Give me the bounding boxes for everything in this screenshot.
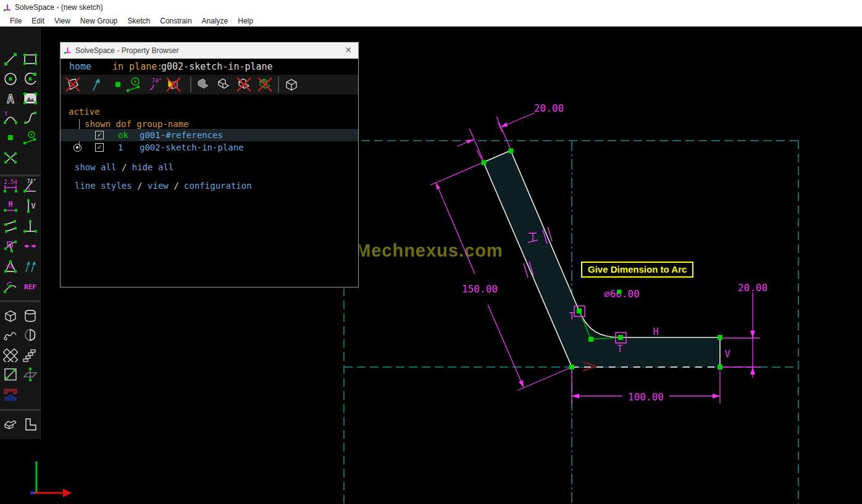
- view-link[interactable]: view: [148, 181, 169, 191]
- nav-in-plane-label: in plane:: [112, 59, 162, 75]
- shown-checkbox[interactable]: ✓: [95, 131, 104, 139]
- solid-wireframe-icon[interactable]: [216, 76, 232, 93]
- nav-plane-name[interactable]: g002-sketch-in-plane: [161, 59, 273, 75]
- no-workplane-icon[interactable]: [65, 76, 81, 93]
- line-styles-link[interactable]: line styles: [75, 181, 132, 191]
- point-top-right[interactable]: [509, 149, 514, 154]
- equal-constraint-icon[interactable]: [3, 259, 18, 274]
- canvas-tooltip: Give Dimension to Arc: [581, 262, 693, 278]
- active-group-radio[interactable]: [73, 144, 82, 152]
- spline-tool-icon[interactable]: [23, 110, 38, 125]
- dim-right-height[interactable]: 20.00: [722, 282, 768, 378]
- no-extrude-icon[interactable]: [165, 76, 182, 93]
- helix-group-icon[interactable]: [3, 328, 18, 342]
- dim-bottom-width[interactable]: 100.00: [572, 370, 720, 405]
- same-orientation-constraint-icon[interactable]: [23, 259, 38, 274]
- line-normal-icon[interactable]: [88, 76, 104, 93]
- point-origin[interactable]: [569, 365, 574, 370]
- parallel-constraint-icon[interactable]: [3, 219, 18, 234]
- svg-text:74°: 74°: [152, 78, 162, 84]
- part-view-icon[interactable]: [3, 417, 18, 432]
- property-browser-titlebar[interactable]: SolveSpace - Property Browser ✕: [61, 43, 358, 59]
- show-cube-icon[interactable]: [283, 76, 299, 93]
- arc-tool-icon[interactable]: [23, 72, 38, 86]
- image-tool-icon[interactable]: [23, 91, 38, 106]
- constraint-h-label[interactable]: H: [653, 326, 658, 337]
- vertical-constraint-icon[interactable]: V: [23, 199, 38, 213]
- point-arc-center[interactable]: [617, 290, 622, 294]
- shown-checkbox[interactable]: ✓: [95, 143, 104, 152]
- tangent-constraint-icon[interactable]: [3, 279, 18, 294]
- on-point-constraint-icon[interactable]: [3, 239, 18, 254]
- property-browser-nav: home in plane: g002-sketch-in-plane: [61, 59, 358, 75]
- settings-links: line styles / view / configuration: [75, 181, 252, 191]
- active-column-label: active: [69, 107, 100, 117]
- toolbar-separator: [0, 175, 41, 176]
- step-repeat-group-icon[interactable]: [3, 387, 18, 402]
- split-curves-tool-icon[interactable]: [3, 150, 18, 165]
- symmetric-constraint-icon[interactable]: [23, 239, 38, 254]
- point-arc-end[interactable]: [618, 335, 623, 340]
- toolbar-separator: [0, 409, 41, 411]
- svg-text:REF: REF: [24, 283, 36, 291]
- line-tool-icon[interactable]: [3, 52, 18, 67]
- translate-group-icon[interactable]: [23, 347, 38, 362]
- toolbar-separator: [0, 300, 41, 302]
- workplane-group-icon[interactable]: [23, 367, 38, 382]
- constraint-v-label[interactable]: V: [724, 349, 730, 360]
- rectangle-tool-icon[interactable]: [23, 52, 38, 67]
- point-top-left[interactable]: [482, 160, 487, 165]
- bezier-tool-icon[interactable]: T: [3, 110, 18, 125]
- horizontal-constraint-icon[interactable]: H: [3, 199, 18, 213]
- axes-triad: [30, 461, 72, 497]
- no-solid-wireframe-icon[interactable]: [236, 76, 252, 93]
- point-tool-icon[interactable]: [3, 130, 18, 145]
- dim-slant-length-label[interactable]: 150.00: [462, 283, 498, 295]
- show-all-link[interactable]: show all: [75, 162, 116, 172]
- dim-bottom-width-label[interactable]: 100.00: [628, 391, 664, 403]
- point-arc-start[interactable]: [577, 308, 582, 313]
- toolbar-separator: [190, 76, 191, 93]
- point-bottom-right[interactable]: [718, 365, 722, 370]
- bracket-view-icon[interactable]: [23, 417, 38, 432]
- hide-all-link[interactable]: hide all: [132, 162, 174, 172]
- lathe-group-icon[interactable]: [23, 308, 38, 323]
- dim-arc-diameter-label[interactable]: ⌀60.00: [604, 288, 640, 300]
- constraint-t1-label[interactable]: T: [569, 311, 574, 322]
- svg-text:T: T: [4, 111, 8, 117]
- distance-constraint-icon[interactable]: 2.54: [3, 178, 18, 193]
- group-name-link[interactable]: g001-#references: [140, 130, 223, 140]
- angle-74-icon[interactable]: 74°: [148, 76, 164, 93]
- solvespace-app-icon: [64, 46, 72, 55]
- construction-tool-icon[interactable]: [23, 130, 38, 145]
- extrude-group-icon[interactable]: [3, 308, 18, 323]
- sketch-shape[interactable]: [483, 151, 720, 367]
- property-browser-window[interactable]: SolveSpace - Property Browser ✕ home in …: [60, 42, 359, 287]
- no-solid-mesh-icon[interactable]: [257, 76, 273, 93]
- nav-home-link[interactable]: home: [69, 59, 91, 75]
- close-icon[interactable]: ✕: [345, 45, 352, 55]
- construction-circle-icon[interactable]: [126, 76, 142, 93]
- configuration-link[interactable]: configuration: [184, 181, 252, 191]
- reference-constraint-icon[interactable]: REF: [23, 279, 38, 294]
- rotate-group-icon[interactable]: [3, 347, 18, 362]
- angle-constraint-icon[interactable]: 74°: [23, 178, 38, 193]
- group-name-link[interactable]: g002-sketch-in-plane: [140, 143, 244, 152]
- svg-text:74°: 74°: [27, 179, 36, 184]
- solid-union-icon[interactable]: [195, 76, 211, 93]
- perpendicular-constraint-icon[interactable]: [23, 219, 38, 234]
- point-top-right-corner[interactable]: [718, 335, 722, 340]
- separator-slash: /: [137, 181, 148, 191]
- link-group-icon[interactable]: [3, 367, 18, 382]
- text-tool-icon[interactable]: A: [3, 91, 18, 106]
- point-icon[interactable]: [110, 76, 126, 93]
- point-arc-mid[interactable]: [588, 337, 593, 342]
- circle-tool-icon[interactable]: [3, 72, 18, 86]
- dim-top-width-label[interactable]: 20.00: [534, 102, 564, 114]
- svg-text:H: H: [8, 200, 12, 209]
- separator-slash: /: [174, 181, 184, 191]
- revolve-group-icon[interactable]: [23, 328, 38, 342]
- group-dof: ok: [118, 130, 128, 140]
- constraint-t2-label[interactable]: T: [617, 344, 622, 355]
- dim-right-height-label[interactable]: 20.00: [738, 282, 768, 294]
